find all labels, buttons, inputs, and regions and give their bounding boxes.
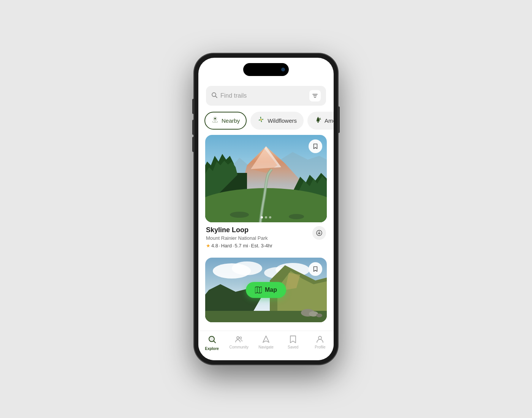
svg-point-22 [289,214,304,219]
search-icon [211,92,217,100]
svg-marker-40 [255,287,262,293]
search-bar[interactable]: Find trails [206,86,326,106]
wildflowers-icon [257,116,265,125]
phone-screen: Find trails [198,58,334,360]
svg-point-5 [214,118,216,119]
trail-difficulty: Hard [221,243,232,249]
svg-line-1 [215,96,217,98]
dot-3 [269,216,271,218]
nav-profile-label: Profile [315,345,325,349]
svg-marker-10 [319,117,321,120]
nav-saved[interactable]: Saved [280,335,307,349]
trail-image-second: Map [205,258,327,322]
trail-card-skyline[interactable]: Skyline Loop Mount Rainier National Park… [205,135,327,249]
chip-nearby[interactable]: Nearby [204,112,247,130]
map-button-label: Map [265,287,277,293]
nav-community[interactable]: Community [225,335,252,349]
trail-details-skyline: Skyline Loop Mount Rainier National Park… [206,226,312,249]
trail-info-skyline: Skyline Loop Mount Rainier National Park… [205,222,327,249]
svg-line-45 [214,341,215,343]
svg-point-21 [230,212,249,218]
chip-wildflowers-label: Wildflowers [268,117,297,124]
content-area: Find trails [198,58,334,331]
separator-2: · [233,243,234,249]
bookmark-skyline[interactable] [309,139,322,153]
trail-rating: 4.8 [211,243,218,249]
nav-community-label: Community [230,345,249,349]
bookmark-second[interactable] [309,262,322,276]
star-icon: ★ [206,243,211,249]
bottom-nav: Explore Community Navigate [198,331,334,360]
camera-dot [281,68,285,71]
svg-point-49 [318,336,321,339]
chip-wildflowers[interactable]: Wildflowers [250,112,304,130]
trail-stats-skyline: ★ 4.8 · Hard · 5.7 mi · Est. 3-4hr [206,243,312,249]
chips-section: Nearby Wildflowers [198,109,334,135]
trail-card-second[interactable]: Map [205,258,327,322]
nav-navigate-label: Navigate [258,345,273,349]
search-section: Find trails [198,81,334,109]
svg-point-28 [232,261,262,275]
nav-explore[interactable]: Explore [198,335,225,351]
trails-section: Skyline Loop Mount Rainier National Park… [198,135,334,331]
nav-profile[interactable]: Profile [307,335,334,349]
nav-saved-label: Saved [288,345,298,349]
map-button[interactable]: Map [246,282,286,298]
separator-1: · [219,243,220,249]
trail-park-skyline: Mount Rainier National Park [206,235,312,241]
filter-button[interactable] [309,90,321,101]
chip-among-trees[interactable]: Among t... [307,112,334,130]
dynamic-island [243,63,289,76]
chip-nearby-label: Nearby [222,117,240,124]
search-placeholder: Find trails [220,92,306,99]
svg-point-46 [237,337,239,339]
trail-name-skyline: Skyline Loop [206,226,312,234]
phone-frame: Find trails [194,53,338,365]
download-button-skyline[interactable] [312,226,326,240]
svg-marker-48 [263,336,269,342]
chip-among-trees-label: Among t... [325,117,334,124]
trail-distance: 5.7 mi [235,243,248,249]
trees-icon [314,116,322,125]
nav-navigate[interactable]: Navigate [252,335,279,349]
separator-3: · [249,243,250,249]
svg-point-6 [260,119,262,120]
image-dots-skyline [261,216,271,218]
nav-explore-label: Explore [205,347,219,351]
trail-image-skyline [205,135,327,222]
trail-time: Est. 3-4hr [251,243,272,249]
svg-rect-9 [318,121,319,123]
svg-point-39 [316,314,322,317]
dot-1 [261,216,263,218]
dot-2 [265,216,267,218]
svg-point-47 [239,337,241,339]
nearby-icon [211,116,219,125]
